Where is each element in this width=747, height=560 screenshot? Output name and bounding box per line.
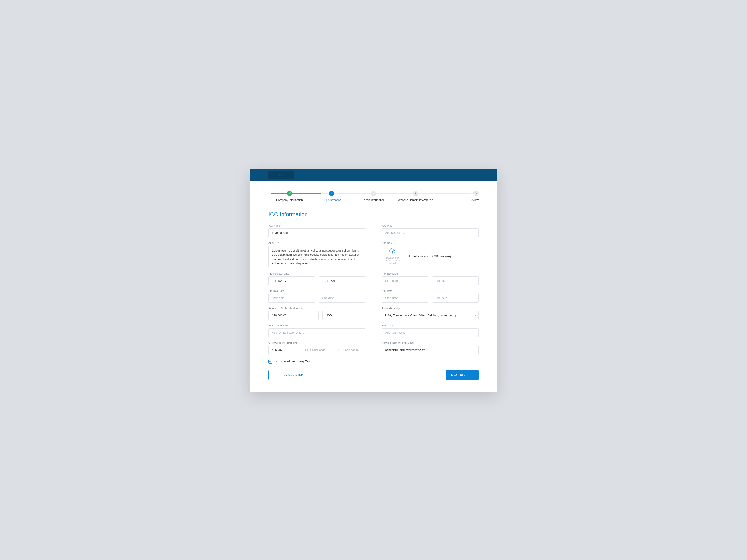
admin-email-input[interactable] bbox=[382, 346, 479, 354]
field-label: About ICO bbox=[268, 241, 365, 244]
field-label: Pre-Register Date bbox=[268, 272, 365, 275]
step-number: 2 bbox=[329, 191, 334, 196]
step-number: 4 bbox=[413, 191, 418, 196]
field-label: White Paper URL bbox=[268, 324, 365, 327]
arrow-right-icon: → bbox=[470, 373, 473, 377]
field-add-logo: Add logo Drag a file or browse a file to… bbox=[382, 241, 479, 268]
field-label: Pre-Sale Date bbox=[382, 272, 479, 275]
currency-value[interactable] bbox=[323, 311, 365, 320]
pre-register-start-input[interactable] bbox=[268, 276, 315, 285]
field-label: Amount of funds raised to date bbox=[268, 307, 365, 310]
logo-dropzone[interactable]: Drag a file or browse a file to upload bbox=[382, 246, 403, 267]
step-ico-information[interactable]: 2 ICO information bbox=[310, 191, 353, 202]
howey-test-checkbox-row[interactable]: I completed the Howey Test bbox=[268, 359, 479, 364]
pre-ico-start-input[interactable] bbox=[268, 294, 315, 303]
arrow-left-icon: ← bbox=[274, 373, 277, 377]
app-window: ICO Company information 2 ICO informatio… bbox=[250, 169, 497, 392]
field-label: ICO Name bbox=[268, 224, 365, 227]
step-label: Preview bbox=[468, 198, 479, 202]
step-label: ICO information bbox=[322, 198, 341, 202]
team-url-input[interactable] bbox=[382, 328, 479, 337]
howey-test-checkbox[interactable] bbox=[268, 359, 273, 364]
next-step-label: NEXT STEP bbox=[451, 373, 467, 377]
allowed-country-value[interactable] bbox=[382, 311, 479, 320]
field-label: ICO URL bbox=[382, 224, 479, 227]
color-code-1-input[interactable] bbox=[268, 346, 299, 354]
field-team-url: Team URL bbox=[382, 324, 479, 337]
field-allowed-country: Allowed country › bbox=[382, 307, 479, 320]
field-label: Team URL bbox=[382, 324, 479, 327]
step-label: Website Domain information bbox=[398, 198, 433, 202]
upload-hint: Upload your logo ( 2 MB max size) bbox=[408, 255, 451, 258]
previous-step-label: PREVIOUS STEP bbox=[279, 373, 303, 377]
about-ico-textarea[interactable]: Lorem ipsum dolor sit amet, an vel suas … bbox=[268, 246, 365, 267]
field-label: Administrator of Portal Email bbox=[382, 341, 479, 344]
field-ico-url: ICO URL bbox=[382, 224, 479, 237]
step-label: Token information bbox=[363, 198, 385, 202]
step-website-domain-information[interactable]: 4 Website Domain information bbox=[394, 191, 437, 202]
field-ico-date: ICO Date bbox=[382, 290, 479, 303]
field-label: Add logo bbox=[382, 241, 479, 244]
field-label: Color Codes for Branding bbox=[268, 341, 365, 344]
stepper-connector bbox=[426, 193, 476, 194]
field-label: Pre-ICO Date bbox=[268, 290, 365, 292]
pre-sale-start-input[interactable] bbox=[382, 276, 428, 285]
pre-register-end-input[interactable] bbox=[319, 276, 365, 285]
field-admin-email: Administrator of Portal Email bbox=[382, 341, 479, 354]
field-pre-ico-date: Pre-ICO Date bbox=[268, 290, 365, 303]
stepper: Company information 2 ICO information 3 … bbox=[250, 181, 497, 209]
color-code-3-input[interactable] bbox=[335, 346, 365, 354]
funds-amount-input[interactable] bbox=[268, 311, 319, 320]
top-bar: ICO bbox=[250, 169, 497, 181]
whitepaper-url-input[interactable] bbox=[268, 328, 365, 337]
field-label: Allowed country bbox=[382, 307, 479, 310]
currency-select[interactable]: › bbox=[323, 311, 365, 320]
next-step-button[interactable]: NEXT STEP → bbox=[446, 370, 479, 380]
field-pre-sale-date: Pre-Sale Date bbox=[382, 272, 479, 285]
dropzone-text: Drag a file or browse a file to upload bbox=[383, 257, 402, 265]
check-icon bbox=[287, 191, 292, 196]
step-token-information[interactable]: 3 Token information bbox=[353, 191, 394, 202]
cloud-upload-icon bbox=[389, 248, 395, 255]
ico-name-input[interactable] bbox=[268, 229, 365, 237]
field-color-codes: Color Codes for Branding bbox=[268, 341, 365, 354]
brand-logo: ICO bbox=[268, 171, 294, 179]
ico-date-start-input[interactable] bbox=[382, 294, 428, 303]
step-company-information[interactable]: Company information bbox=[268, 191, 310, 202]
chevron-right-icon: › bbox=[474, 314, 476, 317]
field-funds-raised: Amount of funds raised to date › bbox=[268, 307, 365, 320]
allowed-country-select[interactable]: › bbox=[382, 311, 479, 320]
previous-step-button[interactable]: ← PREVIOUS STEP bbox=[268, 370, 308, 380]
page-title: ICO information bbox=[268, 211, 479, 218]
form-content: ICO information ICO Name ICO URL About I… bbox=[250, 209, 497, 392]
field-about-ico: About ICO Lorem ipsum dolor sit amet, an… bbox=[268, 241, 365, 268]
ico-url-input[interactable] bbox=[382, 229, 479, 237]
brand-logo-text: ICO bbox=[279, 174, 283, 176]
stepper-connector bbox=[271, 193, 321, 194]
color-code-2-input[interactable] bbox=[302, 346, 332, 354]
stepper-connector bbox=[374, 193, 426, 194]
field-ico-name: ICO Name bbox=[268, 224, 365, 237]
check-icon bbox=[269, 360, 272, 363]
field-pre-register-date: Pre-Register Date bbox=[268, 272, 365, 285]
pre-ico-end-input[interactable] bbox=[319, 294, 365, 303]
ico-date-end-input[interactable] bbox=[432, 294, 479, 303]
chevron-right-icon: › bbox=[361, 314, 363, 317]
step-number: 5 bbox=[473, 191, 479, 196]
pre-sale-end-input[interactable] bbox=[432, 276, 479, 285]
field-whitepaper-url: White Paper URL bbox=[268, 324, 365, 337]
step-number: 3 bbox=[371, 191, 376, 196]
step-label: Company information bbox=[276, 198, 303, 202]
howey-test-label: I completed the Howey Test bbox=[275, 360, 310, 363]
step-preview[interactable]: 5 Preview bbox=[437, 191, 479, 202]
field-label: ICO Date bbox=[382, 290, 479, 292]
